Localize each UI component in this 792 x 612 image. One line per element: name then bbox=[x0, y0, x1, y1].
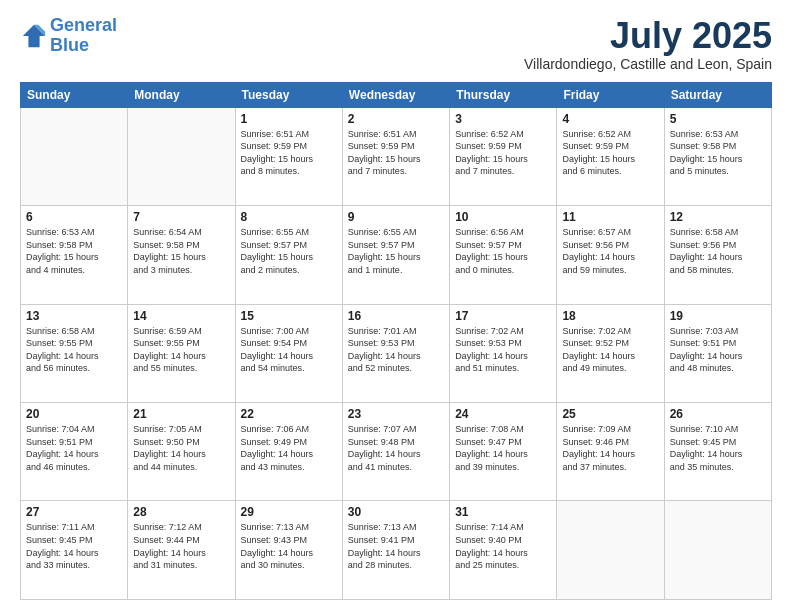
calendar-cell: 23Sunrise: 7:07 AM Sunset: 9:48 PM Dayli… bbox=[342, 403, 449, 501]
day-number: 22 bbox=[241, 407, 337, 421]
calendar-week-2: 13Sunrise: 6:58 AM Sunset: 9:55 PM Dayli… bbox=[21, 304, 772, 402]
logo-icon bbox=[20, 22, 48, 50]
day-number: 31 bbox=[455, 505, 551, 519]
calendar-cell: 22Sunrise: 7:06 AM Sunset: 9:49 PM Dayli… bbox=[235, 403, 342, 501]
calendar-cell: 26Sunrise: 7:10 AM Sunset: 9:45 PM Dayli… bbox=[664, 403, 771, 501]
day-info: Sunrise: 7:06 AM Sunset: 9:49 PM Dayligh… bbox=[241, 423, 337, 473]
col-friday: Friday bbox=[557, 82, 664, 107]
day-info: Sunrise: 7:02 AM Sunset: 9:52 PM Dayligh… bbox=[562, 325, 658, 375]
calendar-cell: 8Sunrise: 6:55 AM Sunset: 9:57 PM Daylig… bbox=[235, 206, 342, 304]
day-number: 1 bbox=[241, 112, 337, 126]
day-info: Sunrise: 7:04 AM Sunset: 9:51 PM Dayligh… bbox=[26, 423, 122, 473]
calendar-week-1: 6Sunrise: 6:53 AM Sunset: 9:58 PM Daylig… bbox=[21, 206, 772, 304]
calendar-cell: 13Sunrise: 6:58 AM Sunset: 9:55 PM Dayli… bbox=[21, 304, 128, 402]
day-number: 9 bbox=[348, 210, 444, 224]
logo: General Blue bbox=[20, 16, 117, 56]
day-info: Sunrise: 6:59 AM Sunset: 9:55 PM Dayligh… bbox=[133, 325, 229, 375]
day-number: 20 bbox=[26, 407, 122, 421]
calendar-cell: 3Sunrise: 6:52 AM Sunset: 9:59 PM Daylig… bbox=[450, 107, 557, 205]
logo-line2: Blue bbox=[50, 35, 89, 55]
calendar-cell: 21Sunrise: 7:05 AM Sunset: 9:50 PM Dayli… bbox=[128, 403, 235, 501]
calendar-cell: 14Sunrise: 6:59 AM Sunset: 9:55 PM Dayli… bbox=[128, 304, 235, 402]
day-number: 26 bbox=[670, 407, 766, 421]
day-info: Sunrise: 7:12 AM Sunset: 9:44 PM Dayligh… bbox=[133, 521, 229, 571]
page: General Blue July 2025 Villardondiego, C… bbox=[0, 0, 792, 612]
calendar-cell: 11Sunrise: 6:57 AM Sunset: 9:56 PM Dayli… bbox=[557, 206, 664, 304]
day-info: Sunrise: 7:09 AM Sunset: 9:46 PM Dayligh… bbox=[562, 423, 658, 473]
day-info: Sunrise: 7:11 AM Sunset: 9:45 PM Dayligh… bbox=[26, 521, 122, 571]
calendar-cell: 31Sunrise: 7:14 AM Sunset: 9:40 PM Dayli… bbox=[450, 501, 557, 600]
logo-line1: General bbox=[50, 15, 117, 35]
day-number: 17 bbox=[455, 309, 551, 323]
day-number: 7 bbox=[133, 210, 229, 224]
col-saturday: Saturday bbox=[664, 82, 771, 107]
day-info: Sunrise: 6:51 AM Sunset: 9:59 PM Dayligh… bbox=[348, 128, 444, 178]
day-number: 2 bbox=[348, 112, 444, 126]
day-number: 10 bbox=[455, 210, 551, 224]
day-info: Sunrise: 7:13 AM Sunset: 9:43 PM Dayligh… bbox=[241, 521, 337, 571]
calendar-cell: 7Sunrise: 6:54 AM Sunset: 9:58 PM Daylig… bbox=[128, 206, 235, 304]
day-info: Sunrise: 7:13 AM Sunset: 9:41 PM Dayligh… bbox=[348, 521, 444, 571]
calendar-cell: 1Sunrise: 6:51 AM Sunset: 9:59 PM Daylig… bbox=[235, 107, 342, 205]
calendar-cell: 20Sunrise: 7:04 AM Sunset: 9:51 PM Dayli… bbox=[21, 403, 128, 501]
day-info: Sunrise: 6:54 AM Sunset: 9:58 PM Dayligh… bbox=[133, 226, 229, 276]
day-number: 19 bbox=[670, 309, 766, 323]
calendar-cell: 6Sunrise: 6:53 AM Sunset: 9:58 PM Daylig… bbox=[21, 206, 128, 304]
title-block: July 2025 Villardondiego, Castille and L… bbox=[524, 16, 772, 72]
day-number: 16 bbox=[348, 309, 444, 323]
calendar-cell: 5Sunrise: 6:53 AM Sunset: 9:58 PM Daylig… bbox=[664, 107, 771, 205]
calendar-cell: 4Sunrise: 6:52 AM Sunset: 9:59 PM Daylig… bbox=[557, 107, 664, 205]
day-number: 5 bbox=[670, 112, 766, 126]
day-number: 6 bbox=[26, 210, 122, 224]
day-info: Sunrise: 6:52 AM Sunset: 9:59 PM Dayligh… bbox=[455, 128, 551, 178]
day-info: Sunrise: 6:51 AM Sunset: 9:59 PM Dayligh… bbox=[241, 128, 337, 178]
month-title: July 2025 bbox=[524, 16, 772, 56]
day-number: 4 bbox=[562, 112, 658, 126]
calendar-cell bbox=[21, 107, 128, 205]
calendar-cell: 10Sunrise: 6:56 AM Sunset: 9:57 PM Dayli… bbox=[450, 206, 557, 304]
day-number: 13 bbox=[26, 309, 122, 323]
day-info: Sunrise: 7:08 AM Sunset: 9:47 PM Dayligh… bbox=[455, 423, 551, 473]
col-tuesday: Tuesday bbox=[235, 82, 342, 107]
calendar-cell: 9Sunrise: 6:55 AM Sunset: 9:57 PM Daylig… bbox=[342, 206, 449, 304]
calendar-body: 1Sunrise: 6:51 AM Sunset: 9:59 PM Daylig… bbox=[21, 107, 772, 599]
day-info: Sunrise: 7:07 AM Sunset: 9:48 PM Dayligh… bbox=[348, 423, 444, 473]
calendar-cell: 19Sunrise: 7:03 AM Sunset: 9:51 PM Dayli… bbox=[664, 304, 771, 402]
header: General Blue July 2025 Villardondiego, C… bbox=[20, 16, 772, 72]
day-number: 21 bbox=[133, 407, 229, 421]
calendar-cell: 29Sunrise: 7:13 AM Sunset: 9:43 PM Dayli… bbox=[235, 501, 342, 600]
day-info: Sunrise: 7:14 AM Sunset: 9:40 PM Dayligh… bbox=[455, 521, 551, 571]
day-info: Sunrise: 6:56 AM Sunset: 9:57 PM Dayligh… bbox=[455, 226, 551, 276]
day-info: Sunrise: 6:53 AM Sunset: 9:58 PM Dayligh… bbox=[670, 128, 766, 178]
day-number: 12 bbox=[670, 210, 766, 224]
day-number: 29 bbox=[241, 505, 337, 519]
day-info: Sunrise: 6:55 AM Sunset: 9:57 PM Dayligh… bbox=[348, 226, 444, 276]
calendar-cell bbox=[557, 501, 664, 600]
day-info: Sunrise: 7:10 AM Sunset: 9:45 PM Dayligh… bbox=[670, 423, 766, 473]
calendar-cell: 24Sunrise: 7:08 AM Sunset: 9:47 PM Dayli… bbox=[450, 403, 557, 501]
day-number: 18 bbox=[562, 309, 658, 323]
col-monday: Monday bbox=[128, 82, 235, 107]
day-info: Sunrise: 6:58 AM Sunset: 9:56 PM Dayligh… bbox=[670, 226, 766, 276]
calendar-cell: 2Sunrise: 6:51 AM Sunset: 9:59 PM Daylig… bbox=[342, 107, 449, 205]
col-sunday: Sunday bbox=[21, 82, 128, 107]
calendar-cell: 12Sunrise: 6:58 AM Sunset: 9:56 PM Dayli… bbox=[664, 206, 771, 304]
day-info: Sunrise: 7:00 AM Sunset: 9:54 PM Dayligh… bbox=[241, 325, 337, 375]
calendar-cell: 28Sunrise: 7:12 AM Sunset: 9:44 PM Dayli… bbox=[128, 501, 235, 600]
day-number: 24 bbox=[455, 407, 551, 421]
col-wednesday: Wednesday bbox=[342, 82, 449, 107]
day-number: 30 bbox=[348, 505, 444, 519]
logo-text: General Blue bbox=[50, 16, 117, 56]
day-number: 27 bbox=[26, 505, 122, 519]
day-number: 8 bbox=[241, 210, 337, 224]
calendar-week-4: 27Sunrise: 7:11 AM Sunset: 9:45 PM Dayli… bbox=[21, 501, 772, 600]
day-info: Sunrise: 7:01 AM Sunset: 9:53 PM Dayligh… bbox=[348, 325, 444, 375]
calendar-table: Sunday Monday Tuesday Wednesday Thursday… bbox=[20, 82, 772, 600]
day-info: Sunrise: 6:55 AM Sunset: 9:57 PM Dayligh… bbox=[241, 226, 337, 276]
day-info: Sunrise: 6:52 AM Sunset: 9:59 PM Dayligh… bbox=[562, 128, 658, 178]
day-number: 15 bbox=[241, 309, 337, 323]
calendar-cell: 17Sunrise: 7:02 AM Sunset: 9:53 PM Dayli… bbox=[450, 304, 557, 402]
calendar-cell: 25Sunrise: 7:09 AM Sunset: 9:46 PM Dayli… bbox=[557, 403, 664, 501]
calendar-cell: 30Sunrise: 7:13 AM Sunset: 9:41 PM Dayli… bbox=[342, 501, 449, 600]
calendar-cell bbox=[128, 107, 235, 205]
